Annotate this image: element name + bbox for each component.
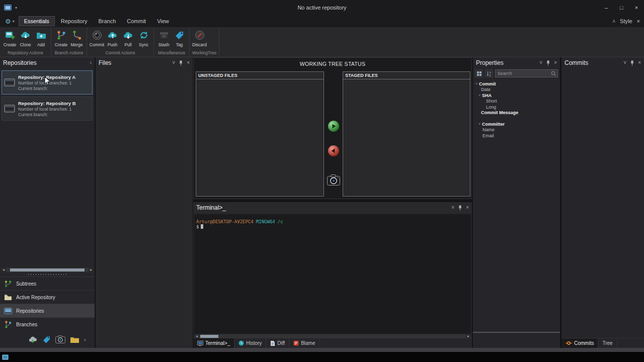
folder-tool-icon[interactable]	[70, 336, 79, 343]
sections-splitter-grip[interactable]	[27, 274, 67, 276]
tree-item-short[interactable]: Short	[473, 99, 560, 105]
properties-tree: ˅ Commit Date ˅ SHA Short Long Commit Me…	[473, 79, 560, 139]
tree-item-email[interactable]: Email	[473, 133, 560, 139]
tree-item-date[interactable]: Date	[473, 87, 560, 93]
app-icon[interactable]	[4, 5, 12, 11]
push-button[interactable]: Push	[105, 28, 120, 49]
repository-name: Repository: Repository A	[18, 74, 75, 80]
files-close-icon[interactable]: ×	[187, 60, 190, 65]
pull-button[interactable]: Pull	[121, 28, 135, 49]
menu-tab-commit[interactable]: Commit	[122, 17, 151, 26]
tree-item-long[interactable]: Long	[473, 104, 560, 110]
clone-repository-button[interactable]: Clone	[18, 28, 33, 49]
create-repository-button[interactable]: Create	[3, 28, 17, 49]
tab-blame[interactable]: Blame	[289, 338, 319, 348]
commits-dropdown-icon[interactable]: ˅	[623, 60, 626, 65]
terminal-pin-icon[interactable]	[458, 205, 462, 211]
repository-item-b[interactable]: Repository: Repository B Number of local…	[2, 97, 93, 121]
terminal-prompt-path: /c	[278, 219, 283, 224]
expander-icon[interactable]: ˅	[475, 82, 477, 85]
close-button[interactable]: ×	[629, 2, 644, 14]
repository-item-a[interactable]: Repository: Repository A Number of local…	[2, 70, 93, 95]
tag-tool-icon[interactable]	[42, 335, 51, 344]
scrollbar-track[interactable]	[6, 268, 89, 272]
tab-tree[interactable]: Tree	[598, 338, 617, 348]
menu-tab-repository[interactable]: Repository	[56, 17, 93, 26]
section-repositories[interactable]: Repositories	[0, 304, 95, 317]
unstage-button[interactable]	[328, 145, 340, 157]
menu-tab-essentials[interactable]: Essentials	[19, 16, 55, 26]
properties-splitter[interactable]	[473, 332, 560, 333]
window-title: No active repository	[0, 5, 644, 11]
terminal-close-icon[interactable]: ×	[466, 205, 469, 210]
stash-icon	[158, 29, 170, 41]
minimize-button[interactable]: –	[599, 2, 614, 14]
more-tools-icon[interactable]: ›	[84, 336, 86, 342]
maximize-button[interactable]: □	[614, 2, 629, 14]
properties-pin-icon[interactable]	[546, 60, 550, 66]
section-subtrees[interactable]: Subtrees	[0, 277, 95, 290]
style-menu[interactable]: Style	[620, 18, 632, 24]
tab-diff[interactable]: Diff	[266, 338, 289, 348]
tree-item-sha[interactable]: ˅ SHA	[473, 93, 560, 99]
repositories-collapse-icon[interactable]: ‹	[90, 60, 92, 65]
section-label: Subtrees	[16, 281, 36, 287]
tree-item-commit[interactable]: ˅ Commit	[473, 81, 560, 87]
tab-history[interactable]: History	[234, 338, 266, 348]
staged-files-panel: STAGED FILES	[343, 71, 470, 197]
sync-button[interactable]: Sync	[136, 28, 151, 49]
tab-commits[interactable]: Commits	[561, 338, 598, 348]
terminal-input-line: $	[196, 224, 471, 229]
snapshot-button[interactable]	[327, 174, 340, 186]
stage-button[interactable]	[328, 120, 340, 132]
menu-tab-branch[interactable]: Branch	[93, 17, 121, 26]
discard-button[interactable]: Discard	[192, 28, 207, 49]
commits-list[interactable]	[561, 68, 644, 338]
expander-icon[interactable]: ˅	[478, 122, 480, 126]
ribbon-group-label: Commit Actions	[90, 49, 151, 57]
section-branches[interactable]: Branches	[0, 317, 95, 331]
quick-access-dropdown-icon[interactable]: ▾	[15, 6, 17, 10]
section-active-repository[interactable]: Active Repository	[0, 290, 95, 304]
scrollbar-thumb[interactable]	[10, 268, 85, 272]
terminal-dropdown-icon[interactable]: ˅	[451, 205, 454, 210]
tag-button[interactable]: Tag	[172, 28, 187, 49]
settings-dropdown-icon[interactable]: ▾	[13, 19, 15, 24]
scroll-right-icon[interactable]: ▸	[89, 267, 94, 273]
properties-close-icon[interactable]: ×	[554, 60, 557, 65]
snapshot-tool-icon[interactable]	[55, 335, 65, 343]
taskbar-app-icon[interactable]	[2, 354, 9, 360]
ribbon-group-label: Miscellaneous	[156, 49, 187, 57]
tree-item-label: Committer	[482, 122, 505, 127]
tree-item-name[interactable]: Name	[473, 127, 560, 133]
alphabetical-sort-icon[interactable]: AZ	[485, 69, 493, 77]
commits-close-icon[interactable]: ×	[638, 60, 641, 65]
stash-button[interactable]: Stash	[156, 28, 171, 49]
search-input[interactable]	[495, 69, 558, 77]
clone-cloud-icon[interactable]	[28, 336, 38, 343]
commits-pin-icon[interactable]	[630, 60, 634, 66]
settings-gear-icon[interactable]: ⚙	[0, 18, 11, 25]
tree-item-commit-message[interactable]: Commit Message	[473, 110, 560, 116]
expander-icon[interactable]: ˅	[478, 94, 480, 97]
scroll-left-icon[interactable]: ◂	[1, 267, 6, 273]
collapse-ribbon-icon[interactable]: ˄	[612, 19, 615, 24]
terminal-output[interactable]: Artur@DESKTOP-AV2EPC4MINGW64/c $	[194, 214, 471, 334]
tree-item-committer[interactable]: ˅ Committer	[473, 121, 560, 127]
staged-files-list[interactable]	[343, 80, 470, 196]
create-branch-button[interactable]: Create	[54, 28, 68, 49]
merge-branch-button[interactable]: Merge	[69, 28, 84, 49]
files-pin-icon[interactable]	[179, 60, 183, 66]
files-dropdown-icon[interactable]: ˅	[172, 60, 175, 65]
tree-item-label: Commit Message	[481, 110, 518, 115]
properties-dropdown-icon[interactable]: ˅	[539, 60, 542, 65]
menu-tab-view[interactable]: View	[152, 17, 174, 26]
repositories-hscrollbar[interactable]: ◂ ▸	[1, 267, 94, 273]
menubar-close-icon[interactable]: ×	[637, 18, 640, 24]
unstaged-files-list[interactable]	[196, 80, 324, 196]
commit-button[interactable]: Commit	[90, 28, 104, 49]
files-panel: Files ˅ ×	[96, 57, 193, 348]
categorized-view-icon[interactable]	[475, 69, 483, 77]
tab-terminal[interactable]: Terminal>_	[193, 338, 234, 348]
add-repository-button[interactable]: Add	[34, 28, 48, 49]
